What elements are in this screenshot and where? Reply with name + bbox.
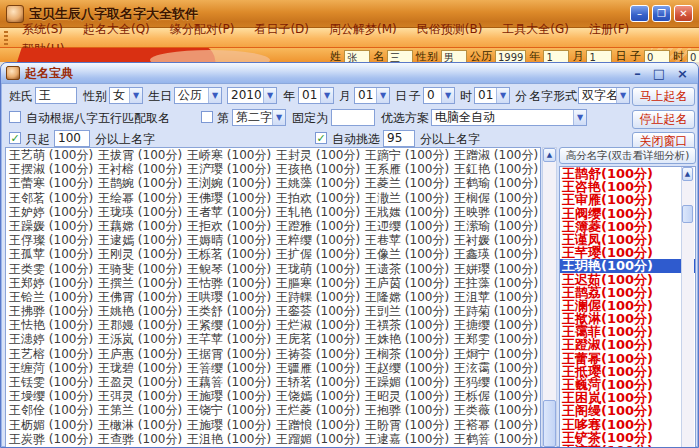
name-cell[interactable]: 王盼霄 (100分) xyxy=(362,418,451,432)
name-cell[interactable]: 王类雯 (100分) xyxy=(6,262,95,276)
menu-item[interactable]: 周公解梦(M) xyxy=(319,20,407,38)
name-cell[interactable]: 王泺岚 (100分) xyxy=(95,332,184,346)
name-cell[interactable]: 王姘璎 (100分) xyxy=(451,262,540,276)
name-cell[interactable]: 王剅兰 (100分) xyxy=(362,304,451,318)
name-cell[interactable]: 王禩茶 (100分) xyxy=(362,318,451,332)
scroll-up-icon[interactable]: ▲ xyxy=(543,148,556,162)
only-score-checkbox[interactable]: ✓ xyxy=(9,132,21,144)
name-cell[interactable]: 王釭艳 (100分) xyxy=(451,162,540,176)
name-cell[interactable]: 王邻茗 (100分) xyxy=(6,191,95,205)
name-cell[interactable]: 王戕媸 (100分) xyxy=(362,205,451,219)
bg-form-input[interactable]: 男 xyxy=(441,50,467,63)
name-cell[interactable]: 王姝艳 (100分) xyxy=(362,332,451,346)
name-cell[interactable]: 王蹬雅 (100分) xyxy=(273,219,362,233)
name-cell[interactable]: 王墁缨 (100分) xyxy=(6,389,95,403)
name-cell[interactable]: 王媷晴 (100分) xyxy=(184,233,273,247)
name-cell[interactable]: 王珑瑛 (100分) xyxy=(95,205,184,219)
dialog-maximize-button[interactable]: □ xyxy=(653,65,665,82)
bg-form-input[interactable]: 张 xyxy=(344,50,370,63)
name-cell[interactable]: 王者苹 (100分) xyxy=(184,205,273,219)
name-type-select[interactable]: 双字名▼ xyxy=(578,87,630,104)
chevron-down-icon[interactable]: ▼ xyxy=(573,110,586,125)
name-cell[interactable]: 王轧艳 (100分) xyxy=(273,205,362,219)
name-cell[interactable]: 王橄淋 (100分) xyxy=(95,418,184,432)
chevron-down-icon[interactable]: ▼ xyxy=(320,88,333,103)
chevron-down-icon[interactable]: ▼ xyxy=(263,88,276,103)
name-cell[interactable]: 王弭灵 (100分) xyxy=(95,389,184,403)
name-cell[interactable]: 王骑斐 (100分) xyxy=(95,262,184,276)
name-cell[interactable]: 王拂骅 (100分) xyxy=(6,304,95,318)
name-cell[interactable]: 王蕾寒 (100分) xyxy=(6,176,95,190)
name-cell[interactable]: 王蹢宁 (100分) xyxy=(362,148,451,162)
name-cell[interactable]: 王郡嫚 (100分) xyxy=(95,318,184,332)
name-cell[interactable]: 王轿茗 (100分) xyxy=(273,375,362,389)
only-score-input[interactable]: 100 xyxy=(54,130,90,147)
name-cell[interactable]: 王抱骅 (100分) xyxy=(362,403,451,417)
name-cell[interactable]: 王蹭淑 (100分) xyxy=(451,148,540,162)
high-score-item[interactable]: 王蹬淑(100分) xyxy=(560,338,695,351)
name-cell[interactable]: 王庐惠 (100分) xyxy=(95,347,184,361)
name-cell[interactable]: 王銮荟 (100分) xyxy=(273,304,362,318)
name-cell[interactable]: 王跱輠 (100分) xyxy=(273,290,362,304)
auto-pick-input[interactable]: 95 xyxy=(383,130,415,147)
high-score-item[interactable]: 王簿菱(100分) xyxy=(560,220,695,233)
name-cell[interactable]: 王沮艳 (100分) xyxy=(184,432,273,446)
name-cell[interactable]: 王像兰 (100分) xyxy=(362,247,451,261)
name-cell[interactable]: 王孩艳 (100分) xyxy=(273,162,362,176)
name-cell[interactable]: 王类薇 (100分) xyxy=(451,403,540,417)
auto-pick-checkbox[interactable]: ✓ xyxy=(315,132,327,144)
menu-item[interactable]: 系统(S) xyxy=(12,20,73,38)
high-score-item[interactable]: 王哆寋(100分) xyxy=(560,418,695,431)
bg-form-input[interactable]: 1 xyxy=(586,50,612,63)
name-cell[interactable]: 王类舒 (100分) xyxy=(184,304,273,318)
name-cell[interactable]: 王栎偓 (100分) xyxy=(451,389,540,403)
name-cell[interactable]: 王膒寒 (100分) xyxy=(273,276,362,290)
name-cell[interactable]: 王紧缨 (100分) xyxy=(184,318,273,332)
chevron-down-icon[interactable]: ▼ xyxy=(496,88,509,103)
month-select[interactable]: 01▼ xyxy=(298,87,334,104)
name-cell[interactable]: 王隆嫦 (100分) xyxy=(362,290,451,304)
name-cell[interactable]: 王搪缨 (100分) xyxy=(451,318,540,332)
name-cell[interactable]: 王鹊婉 (100分) xyxy=(95,176,184,190)
name-cell[interactable]: 王拔霄 (100分) xyxy=(95,148,184,162)
name-cell[interactable]: 王饶宁 (100分) xyxy=(184,403,273,417)
name-cell[interactable]: 王藕嫦 (100分) xyxy=(95,219,184,233)
menu-item[interactable]: 缘分配对(P) xyxy=(160,20,245,38)
name-cell[interactable]: 王系雁 (100分) xyxy=(362,162,451,176)
name-cell[interactable]: 王鲵琴 (100分) xyxy=(184,262,273,276)
menu-item[interactable]: 工具大全(G) xyxy=(492,20,579,38)
name-cell[interactable]: 王浐璎 (100分) xyxy=(184,162,273,176)
name-cell[interactable]: 王蹭悢 (100分) xyxy=(273,418,362,432)
name-cell[interactable]: 王扩偓 (100分) xyxy=(273,247,362,261)
name-cell[interactable]: 王拒欢 (100分) xyxy=(184,219,273,233)
name-cell[interactable]: 王蹓媚 (100分) xyxy=(273,432,362,446)
high-score-item[interactable]: 王迟茹(100分) xyxy=(560,273,695,286)
chevron-down-icon[interactable]: ▼ xyxy=(616,88,629,103)
name-cell[interactable]: 王枥媚 (100分) xyxy=(6,418,95,432)
bg-form-input[interactable]: 1999 xyxy=(495,50,526,63)
name-cell[interactable]: 王查骅 (100分) xyxy=(95,432,184,446)
name-cell[interactable]: 王菱兰 (100分) xyxy=(362,176,451,190)
day-select[interactable]: 01▼ xyxy=(354,87,390,104)
name-cell[interactable]: 王疆雁 (100分) xyxy=(273,361,362,375)
start-naming-button[interactable]: 马上起名 xyxy=(632,87,695,106)
name-cell[interactable]: 王艺萌 (100分) xyxy=(6,148,95,162)
name-cell[interactable]: 王泫霭 (100分) xyxy=(451,361,540,375)
calendar-select[interactable]: 公历▼ xyxy=(174,87,222,104)
bg-form-input[interactable]: 0 xyxy=(687,50,699,63)
name-cell[interactable]: 王遗茶 (100分) xyxy=(362,262,451,276)
name-cell[interactable]: 王榈茶 (100分) xyxy=(362,347,451,361)
name-cell[interactable]: 王鑫瑛 (100分) xyxy=(451,247,540,261)
name-cell[interactable]: 王沮苹 (100分) xyxy=(451,290,540,304)
name-cell[interactable]: 王艺榕 (100分) xyxy=(6,347,95,361)
chevron-down-icon[interactable]: ▼ xyxy=(441,88,454,103)
name-cell[interactable]: 王潵兰 (100分) xyxy=(362,191,451,205)
name-cell[interactable]: 王摆淑 (100分) xyxy=(6,162,95,176)
which-char-select[interactable]: 第二字▼ xyxy=(232,109,286,126)
high-score-item[interactable]: 王阁缦(100分) xyxy=(560,404,695,417)
name-cell[interactable]: 王姚藻 (100分) xyxy=(273,176,362,190)
high-score-item[interactable]: 王阀缨(100分) xyxy=(560,207,695,220)
name-cell[interactable]: 王潆瑜 (100分) xyxy=(451,219,540,233)
name-cell[interactable]: 王芊苹 (100分) xyxy=(184,332,273,346)
name-cell[interactable]: 王褡幂 (100分) xyxy=(451,418,540,432)
